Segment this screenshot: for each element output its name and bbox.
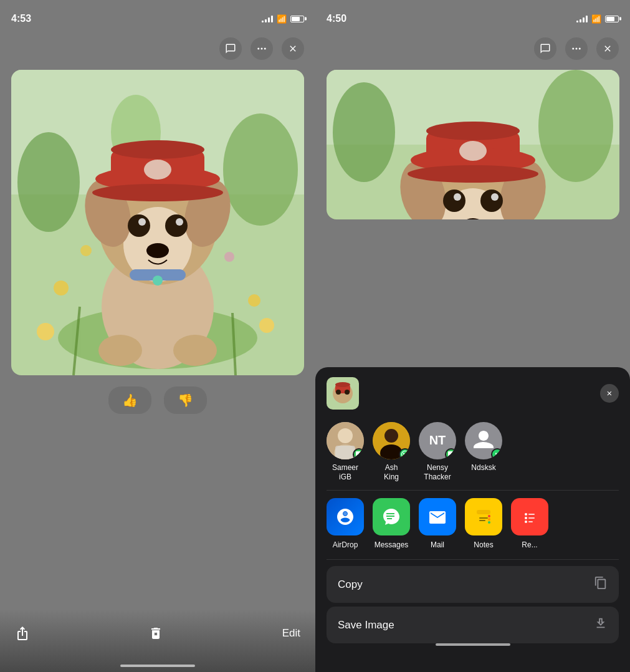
right-phone: 4:50 📶 [315,0,630,672]
messages-label: Messages [375,540,409,549]
svg-point-33 [259,318,274,333]
delete-button[interactable] [148,626,163,641]
svg-point-81 [525,521,527,523]
svg-point-64 [338,428,353,443]
bottom-toolbar: Edit [0,610,315,672]
notes-icon [465,498,502,535]
ash-name: AshKing [384,463,399,482]
svg-point-12 [80,245,92,256]
contacts-row: SameeriGB AshKi [315,415,630,490]
svg-point-80 [525,517,527,519]
copy-action[interactable]: Copy [327,566,619,603]
svg-point-54 [426,122,520,140]
right-close-button[interactable] [596,37,619,60]
comment-button[interactable] [219,37,242,60]
right-comment-button[interactable] [534,37,556,60]
more-button[interactable] [251,37,273,60]
right-status-icons: 📶 [576,14,619,24]
close-button[interactable] [282,37,304,60]
svg-point-0 [257,48,259,50]
contact-avatar-sameer [327,422,364,459]
save-image-action[interactable]: Save Image [327,607,619,643]
svg-rect-73 [479,517,488,519]
svg-point-1 [261,48,263,50]
mail-icon [419,498,456,535]
share-sheet: × [315,367,630,672]
app-mail[interactable]: Mail [419,498,456,549]
wifi-icon-right: 📶 [591,14,601,24]
svg-point-19 [165,214,188,237]
edit-button[interactable]: Edit [282,627,300,640]
battery-icon-right [605,16,619,22]
svg-point-41 [333,82,395,182]
contact-nensy[interactable]: NT NensyThacker [419,422,456,482]
svg-point-38 [579,48,581,50]
svg-point-27 [144,160,171,180]
svg-point-2 [264,48,266,50]
messages-icon [373,498,410,535]
main-image [11,70,304,375]
svg-point-9 [54,281,69,295]
contact-sameer[interactable]: SameeriGB [327,422,364,482]
svg-point-50 [491,193,499,201]
app-notes[interactable]: Notes [465,498,502,549]
svg-point-32 [37,323,54,340]
thumbs-up-button[interactable]: 👍 [108,386,151,414]
svg-rect-84 [528,521,533,522]
dog-scene [11,70,304,375]
contact-ndsksk[interactable]: Ndsksk [465,422,502,482]
thumbs-down-button[interactable]: 👎 [164,386,207,414]
copy-icon [594,576,608,593]
left-phone: 4:53 📶 [0,0,315,672]
battery-icon [290,16,304,22]
wifi-icon: 📶 [277,14,287,24]
contact-ash[interactable]: AshKing [373,422,410,482]
remind-icon [511,498,548,535]
ndsksk-name: Ndsksk [471,463,495,473]
right-status-bar: 4:50 📶 [315,0,630,30]
contact-avatar-ash [373,422,410,459]
svg-point-76 [488,518,490,521]
save-image-label: Save Image [338,619,394,631]
right-more-button[interactable] [565,37,588,60]
svg-rect-66 [335,446,355,459]
contact-avatar-ndsksk [465,422,502,459]
svg-point-42 [538,70,613,182]
sameer-badge [353,448,364,459]
app-airdrop[interactable]: AirDrop [327,498,364,549]
signal-icon-right [576,15,588,22]
svg-point-18 [128,214,150,237]
svg-point-30 [98,335,142,366]
svg-point-25 [111,140,204,159]
svg-point-61 [336,390,341,395]
svg-point-6 [223,113,298,226]
airdrop-icon [327,498,364,535]
home-indicator [120,665,195,667]
contact-avatar-nensy: NT [419,422,456,459]
ash-badge [399,448,410,459]
app-messages[interactable]: Messages [373,498,410,549]
svg-point-55 [408,165,538,183]
nensy-badge [445,448,456,459]
svg-point-36 [572,48,574,50]
svg-point-47 [443,190,465,212]
left-top-actions [0,30,315,67]
remind-label: Re... [522,540,537,549]
right-top-actions [315,30,630,67]
sameer-name: SameeriGB [332,463,358,482]
mail-label: Mail [431,540,444,549]
svg-point-68 [384,429,398,443]
svg-rect-72 [477,510,490,514]
left-status-bar: 4:53 📶 [0,0,315,30]
svg-point-11 [224,252,234,262]
svg-point-70 [343,512,347,516]
share-button[interactable] [15,626,30,641]
share-close-button[interactable]: × [600,384,619,403]
svg-point-37 [576,48,578,50]
apps-row: AirDrop Messages Mail [315,491,630,559]
svg-point-60 [335,382,350,387]
svg-rect-74 [479,520,485,521]
svg-point-77 [488,521,490,524]
app-remind[interactable]: Re... [511,498,548,549]
svg-point-48 [480,190,503,212]
